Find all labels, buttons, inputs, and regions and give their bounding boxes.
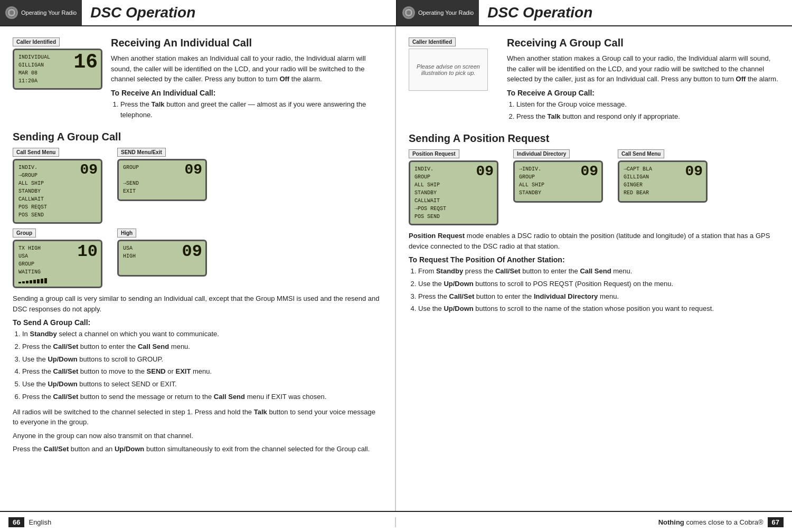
call-send-menu-label: Call Send Menu: [13, 148, 59, 157]
send-menu-exit-lcd: GROUP →SEND EXIT 09: [117, 159, 207, 201]
individual-call-text: Receiving An Individual Call When anothe…: [111, 37, 382, 122]
header-tab-left: Operating Your Radio: [0, 0, 82, 25]
individual-directory-device: Individual Directory →INDIV. GROUP ALL S…: [513, 149, 603, 225]
step-item: Press the Talk button and greet the call…: [120, 99, 382, 121]
step-item: Use the Up/Down buttons to select SEND o…: [22, 379, 382, 390]
right-section2-title: Sending A Position Request: [409, 132, 779, 145]
section1-steps: Press the Talk button and greet the call…: [120, 99, 382, 121]
group-device: Group TX HIGH USA GROUP WAITING 10: [13, 228, 102, 288]
header-right: Operating Your Radio DSC Operation: [396, 0, 792, 25]
call-send-menu-device: Call Send Menu INDIV. →GROUP ALL SHIP ST…: [13, 147, 102, 224]
high-device: High USA HIGH 09: [117, 228, 207, 288]
section1-body: When another station makes an Individual…: [111, 53, 382, 84]
section1-subsection: To Receive An Individual Call:: [111, 89, 382, 97]
extra-text-3: Press the Call/Set button and an Up/Down…: [13, 444, 382, 454]
position-request-lcd: INDIV. GROUP ALL SHIP STANDBY CALLWAIT →…: [409, 160, 498, 225]
call-send-menu-device-right: Call Send Menu →CAPT BLA GILLIGAN GINGER…: [618, 149, 708, 225]
header-bar: Operating Your Radio DSC Operation Opera…: [0, 0, 792, 26]
position-request-device: Position Request INDIV. GROUP ALL SHIP S…: [409, 149, 498, 225]
individual-call-section: Caller Identified INDIVIDUAL GILLIGAN MA…: [13, 37, 382, 122]
step-item: Use the Up/Down buttons to scroll to POS…: [418, 279, 779, 290]
step-item: Press the Call/Set button to move to the…: [22, 366, 382, 377]
extra-text-2: Anyone in the group can now also transmi…: [13, 431, 382, 441]
caller-identified-lcd: INDIVIDUAL GILLIGAN MAR 08 11:20A 16: [13, 49, 102, 90]
radio-icon-left: [5, 6, 18, 19]
group-label: Group: [13, 229, 36, 238]
position-request-body: Position Request mode enables a DSC radi…: [409, 231, 779, 251]
caller-identified-label-right: Caller Identified: [409, 37, 456, 46]
individual-directory-lcd: →INDIV. GROUP ALL SHIP STANDBY 09: [513, 160, 603, 203]
page-right: Caller Identified Please advise on scree…: [396, 26, 792, 511]
step-item: Use the Up/Down buttons to scroll to GRO…: [22, 354, 382, 365]
position-request-label: Position Request: [409, 149, 459, 158]
footer-right: Nothing comes close to a Cobra® 67: [396, 517, 792, 527]
section2-title: Sending A Group Call: [13, 131, 382, 143]
right-section1-title: Receiving A Group Call: [507, 37, 779, 49]
position-request-subsection: To Request The Position Of Another Stati…: [409, 255, 779, 264]
main-content: Caller Identified INDIVIDUAL GILLIGAN MA…: [0, 26, 792, 511]
step-item: From Standby press the Call/Set button t…: [418, 266, 779, 277]
placeholder-text: Please advise on screen illustration to …: [416, 63, 481, 76]
group-lcd: TX HIGH USA GROUP WAITING 10: [13, 240, 102, 288]
call-send-menu-label-right: Call Send Menu: [618, 149, 664, 158]
step-item: Press the Talk button and respond only i…: [516, 111, 779, 122]
signal-bars: [18, 278, 97, 283]
step-item: Press the Call/Set button to enter the C…: [22, 341, 382, 353]
step-item: Use the Up/Down buttons to scroll to the…: [418, 303, 779, 315]
section2-subsection: To Send A Group Call:: [13, 318, 382, 327]
footer: 66 English Nothing comes close to a Cobr…: [0, 511, 792, 532]
group-call-steps: In Standby select a channel on which you…: [22, 329, 382, 403]
right-section1-subsection: To Receive A Group Call:: [507, 89, 779, 97]
right-section1-body: When another station makes a Group call …: [507, 53, 779, 84]
radio-icon-right: [402, 6, 415, 19]
header-tab-label-right: Operating Your Radio: [418, 10, 474, 16]
page-number-left: 66: [8, 517, 24, 527]
group-call-body: Sending a group call is very similar to …: [13, 293, 382, 314]
svg-point-3: [407, 11, 411, 15]
high-label: High: [117, 229, 136, 238]
footer-language: English: [29, 518, 51, 526]
page-left: Caller Identified INDIVIDUAL GILLIGAN MA…: [0, 26, 396, 511]
group-call-receive-text: Receiving A Group Call When another stat…: [507, 37, 779, 124]
lcd-line-4: 11:20A: [18, 77, 97, 85]
position-request-steps: From Standby press the Call/Set button t…: [418, 266, 779, 315]
page-number-right: 67: [768, 517, 784, 527]
extra-text-1: All radios will be switched to the chann…: [13, 407, 382, 428]
step-item: Press the Call/Set button to enter the I…: [418, 291, 779, 302]
call-send-menu-lcd: INDIV. →GROUP ALL SHIP STANDBY CALLWAIT …: [13, 159, 102, 224]
position-request-text: Position Request mode enables a DSC radi…: [409, 231, 779, 315]
caller-identified-device-right: Caller Identified Please advise on scree…: [409, 37, 498, 91]
call-send-menu-lcd-right: →CAPT BLA GILLIGAN GINGER RED BEAR 09: [618, 160, 708, 203]
svg-point-1: [10, 11, 14, 15]
step-item: In Standby select a channel on which you…: [22, 329, 382, 340]
send-menu-exit-device: SEND Menu/Exit GROUP →SEND EXIT 09: [117, 147, 207, 224]
header-title-left: DSC Operation: [82, 4, 195, 21]
footer-left: 66 English: [0, 517, 396, 527]
group-call-text: Sending a group call is very similar to …: [13, 293, 382, 454]
footer-brand-text: Nothing comes close to a Cobra®: [658, 518, 763, 526]
header-left: Operating Your Radio DSC Operation: [0, 0, 396, 25]
screen-placeholder: Please advise on screen illustration to …: [409, 49, 488, 91]
header-title-right: DSC Operation: [479, 4, 592, 21]
send-menu-exit-label: SEND Menu/Exit: [117, 148, 166, 157]
lcd-number-1: 16: [73, 52, 98, 72]
individual-directory-label: Individual Directory: [513, 149, 570, 158]
header-tab-label-left: Operating Your Radio: [21, 10, 77, 16]
high-lcd: USA HIGH 09: [117, 240, 207, 277]
caller-identified-device: Caller Identified INDIVIDUAL GILLIGAN MA…: [13, 37, 102, 90]
step-item: Listen for the Group voice message.: [516, 99, 779, 110]
step-item: Press the Call/Set button to send the me…: [22, 392, 382, 403]
section1-title: Receiving An Individual Call: [111, 37, 382, 49]
group-call-receive-steps: Listen for the Group voice message. Pres…: [516, 99, 779, 123]
group-call-section: Caller Identified Please advise on scree…: [409, 37, 779, 124]
header-tab-right: Operating Your Radio: [397, 0, 479, 25]
caller-identified-label: Caller Identified: [13, 37, 60, 46]
